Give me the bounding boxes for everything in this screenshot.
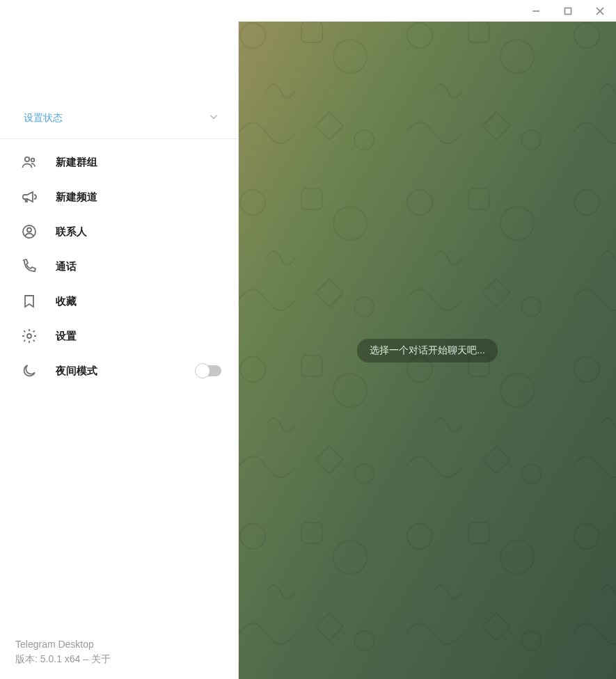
menu-night-mode[interactable]: 夜间模式 (0, 353, 238, 388)
moon-icon (21, 362, 38, 379)
version-prefix: 版本: (15, 653, 40, 664)
app-body: 设置状态 新建群组 新建频道 (0, 22, 616, 679)
group-icon (21, 154, 38, 170)
app-name: Telegram Desktop (15, 637, 223, 652)
empty-chat-hint: 选择一个对话开始聊天吧... (357, 339, 498, 362)
status-area: 设置状态 (0, 98, 238, 139)
close-button[interactable] (584, 0, 616, 22)
about-link[interactable]: 关于 (91, 653, 111, 664)
main-area: 选择一个对话开始聊天吧... (239, 22, 616, 679)
menu-new-channel[interactable]: 新建频道 (0, 179, 238, 214)
chevron-down-icon[interactable] (205, 108, 223, 129)
menu-label: 设置 (56, 330, 221, 343)
menu-new-group[interactable]: 新建群组 (0, 145, 238, 179)
menu: 新建群组 新建频道 联系人 (0, 139, 238, 628)
svg-point-7 (27, 228, 31, 232)
app-window: 设置状态 新建群组 新建频道 (0, 0, 616, 679)
titlebar (0, 0, 616, 22)
version-text: 5.0.1 x64 (40, 653, 81, 664)
menu-calls[interactable]: 通话 (0, 249, 238, 284)
menu-label: 夜间模式 (56, 365, 178, 378)
minimize-button[interactable] (520, 0, 552, 22)
night-mode-toggle[interactable] (196, 365, 221, 376)
menu-saved[interactable]: 收藏 (0, 284, 238, 319)
menu-label: 联系人 (56, 225, 221, 239)
svg-point-4 (25, 157, 29, 161)
bookmark-icon (21, 293, 38, 310)
maximize-button[interactable] (552, 0, 584, 22)
menu-settings[interactable]: 设置 (0, 319, 238, 353)
sidebar: 设置状态 新建群组 新建频道 (0, 22, 239, 679)
menu-contacts[interactable]: 联系人 (0, 214, 238, 249)
svg-rect-1 (565, 8, 571, 14)
set-status-link[interactable]: 设置状态 (24, 112, 63, 125)
gear-icon (21, 328, 38, 344)
megaphone-icon (21, 189, 38, 205)
menu-label: 通话 (56, 260, 221, 273)
sidebar-footer: Telegram Desktop 版本: 5.0.1 x64 – 关于 (0, 628, 238, 679)
menu-label: 新建频道 (56, 191, 221, 204)
user-icon (21, 223, 38, 240)
menu-label: 收藏 (56, 295, 221, 308)
footer-separator: – (80, 653, 91, 664)
svg-point-8 (27, 334, 31, 338)
phone-icon (21, 258, 38, 275)
svg-point-5 (31, 159, 35, 162)
menu-label: 新建群组 (56, 156, 221, 169)
